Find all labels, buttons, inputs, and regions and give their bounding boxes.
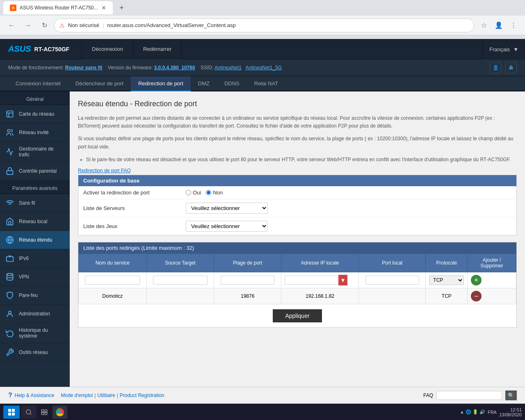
registration-link[interactable]: Product Registration xyxy=(120,393,164,398)
faq-link[interactable]: Redirection de port FAQ xyxy=(78,168,131,173)
taskbar-task-view-icon[interactable] xyxy=(37,406,52,419)
manuel-link[interactable]: Mode d'emploi xyxy=(61,393,93,398)
ipv6-icon xyxy=(5,253,15,263)
sidebar-item-carte-reseau[interactable]: Carte du réseau xyxy=(0,105,70,123)
home-icon xyxy=(5,217,15,226)
tab-connexion-internet[interactable]: Connexion Internet xyxy=(8,76,68,91)
radio-non-label[interactable]: Non xyxy=(206,189,223,196)
deconnexion-button[interactable]: Déconnexion xyxy=(82,39,133,59)
close-tab-button[interactable]: ✕ xyxy=(101,5,106,11)
sidebar-item-sans-fil[interactable]: Sans fil xyxy=(0,194,70,212)
input-port-local[interactable] xyxy=(365,276,419,285)
svg-point-3 xyxy=(7,130,10,132)
games-select[interactable]: Veuillez sélectionner xyxy=(186,221,268,232)
port-table: Nom du service Source Target Plage de po… xyxy=(78,253,516,304)
servers-control: Veuillez sélectionner xyxy=(186,203,268,214)
monitor-icon[interactable]: 🖶 xyxy=(505,62,517,73)
bookmark-button[interactable]: ☆ xyxy=(477,19,491,32)
tab-dmz[interactable]: DMZ xyxy=(191,76,217,91)
account-button[interactable]: 👤 xyxy=(492,19,505,32)
servers-label: Liste de Serveurs xyxy=(83,205,186,211)
input-source[interactable] xyxy=(153,276,208,285)
taskbar-chrome-icon[interactable] xyxy=(52,406,67,419)
taskbar-search-icon[interactable] xyxy=(21,406,36,419)
tab-ddns[interactable]: DDNS xyxy=(217,76,247,91)
ip-dropdown-button[interactable]: ▼ xyxy=(338,275,347,285)
address-bar[interactable]: ⚠ Non sécurisé | router.asus.com/Advance… xyxy=(54,18,474,32)
redemarrer-button[interactable]: Redémarrer xyxy=(133,39,182,59)
add-button[interactable]: + xyxy=(471,275,482,285)
forward-button[interactable]: → xyxy=(21,19,34,32)
faq-search-button[interactable]: 🔍 xyxy=(505,390,517,400)
faq-search-input[interactable] xyxy=(436,391,502,400)
remove-button[interactable]: − xyxy=(471,291,482,301)
svg-rect-17 xyxy=(41,410,43,412)
system-tray-icons: ▲ 🌐 🔋 🔊 xyxy=(460,409,485,415)
sidebar-item-administration[interactable]: Administration xyxy=(0,305,70,323)
browser-tab[interactable]: A ASUS Wireless Router RT-AC750... ✕ xyxy=(3,1,113,14)
sidebar-item-label: Réseau local xyxy=(19,219,47,224)
firmware-value[interactable]: 3.0.0.4.380_10760 xyxy=(154,65,195,71)
svg-rect-18 xyxy=(45,410,47,412)
globe-icon xyxy=(5,235,15,245)
ssid1-link[interactable]: AntineaNet1 xyxy=(215,65,242,71)
language-selector[interactable]: Français ▼ xyxy=(482,39,525,59)
tab-relai-nat[interactable]: Relai NAT xyxy=(247,76,285,91)
servers-row: Liste de Serveurs Veuillez sélectionner xyxy=(78,199,516,217)
sidebar-item-pare-feu[interactable]: Pare-feu xyxy=(0,286,70,305)
users-icon[interactable]: 👤 xyxy=(490,62,501,73)
servers-select[interactable]: Veuillez sélectionner xyxy=(186,203,268,214)
help-assistance-link[interactable]: ? Help & Assistance xyxy=(8,392,55,399)
back-button[interactable]: ← xyxy=(5,19,18,32)
header-buttons: Déconnexion Redémarrer xyxy=(82,39,182,59)
cell-plage-domoticz: 19876 xyxy=(214,288,281,304)
start-button[interactable] xyxy=(3,406,20,419)
input-service[interactable] xyxy=(85,276,140,285)
tab-redirection-port[interactable]: Redirection de port xyxy=(131,76,191,91)
input-plage[interactable] xyxy=(221,276,275,285)
router-logo: ASUS RT-AC750GF xyxy=(0,39,82,59)
ssid2-link[interactable]: AntineaNet1_5G xyxy=(245,65,282,71)
apply-button[interactable]: Appliquer xyxy=(273,309,322,322)
svg-rect-19 xyxy=(41,412,43,414)
col-action: Ajouter / Supprimer xyxy=(468,254,516,272)
sidebar-item-outils-reseau[interactable]: Outils réseau xyxy=(0,343,70,362)
tools-icon xyxy=(5,347,15,357)
sidebar-item-ipv6[interactable]: IPv6 xyxy=(0,249,70,268)
sidebar-item-historique[interactable]: Historique du système xyxy=(0,323,70,343)
svg-rect-14 xyxy=(12,413,15,415)
history-icon xyxy=(5,328,15,338)
sidebar-item-vpn[interactable]: VPN xyxy=(0,268,70,286)
radio-oui-label[interactable]: Oui xyxy=(186,189,201,196)
cell-source xyxy=(146,272,214,288)
sidebar-item-label: Carte du réseau xyxy=(19,111,54,117)
sidebar-item-label: VPN xyxy=(19,274,29,280)
menu-button[interactable]: ⋮ xyxy=(507,19,520,32)
basic-config-section: Configuration de base Activer la redirec… xyxy=(78,175,517,235)
sidebar-item-reseau-etendu[interactable]: Réseau étendu xyxy=(0,231,70,249)
map-icon xyxy=(5,109,15,119)
cell-action-remove: − xyxy=(468,288,516,304)
protocole-select[interactable]: TCP UDP TCP/UDP xyxy=(429,275,464,285)
radio-oui[interactable] xyxy=(186,190,191,195)
utilitaire-link[interactable]: Utilitaire xyxy=(97,393,115,398)
router-header: ASUS RT-AC750GF Déconnexion Redémarrer F… xyxy=(0,39,525,59)
clock-time: 12:51 xyxy=(510,407,522,412)
input-ip[interactable] xyxy=(285,276,338,285)
cell-ip: ▼ xyxy=(281,272,359,288)
mode-value[interactable]: Routeur sans fil xyxy=(65,65,103,71)
svg-line-16 xyxy=(30,413,31,415)
sidebar-item-label: Historique du système xyxy=(19,327,65,339)
new-tab-button[interactable]: + xyxy=(116,2,128,14)
svg-rect-13 xyxy=(8,413,11,415)
sidebar-item-reseau-local[interactable]: Réseau local xyxy=(0,212,70,231)
sidebar-item-reseau-invite[interactable]: Réseau invité xyxy=(0,123,70,142)
cell-ip-domoticz: 192.168.1.82 xyxy=(281,288,359,304)
basic-config-header: Configuration de base xyxy=(78,175,516,186)
sidebar-item-gestionnaire-trafic[interactable]: Gestionnaire de trafic xyxy=(0,142,70,162)
sidebar-item-controle-parental[interactable]: Contrôle parental xyxy=(0,162,70,180)
svg-point-15 xyxy=(26,410,31,414)
tab-declencheur-port[interactable]: Déclencheur de port xyxy=(68,76,131,91)
reload-button[interactable]: ↻ xyxy=(38,19,51,32)
radio-non[interactable] xyxy=(206,190,211,195)
